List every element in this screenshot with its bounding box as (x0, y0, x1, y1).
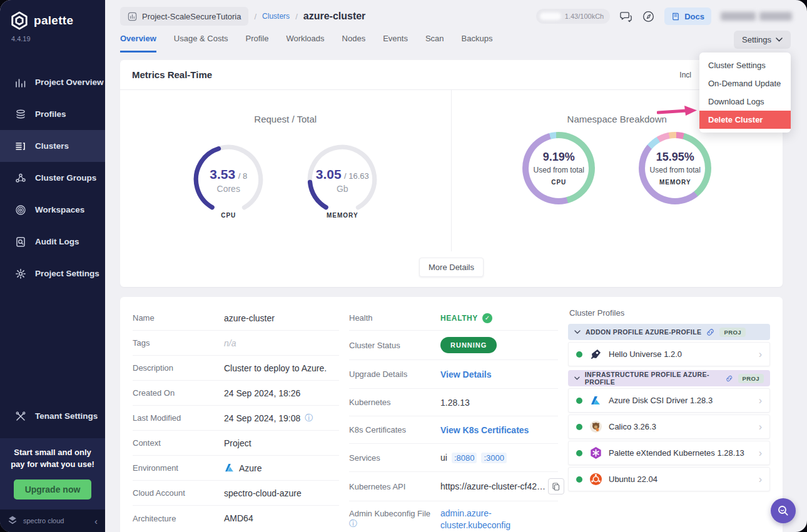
pxk-logo (589, 446, 602, 460)
menu-item-on-demand-update[interactable]: On-Demand Update (699, 74, 791, 93)
profile-pack-name: Hello Universe 1.2.0 (609, 349, 682, 359)
chat-icon[interactable] (619, 10, 632, 23)
copy-button[interactable] (548, 478, 564, 494)
memory-used-caption: Used from total (650, 166, 701, 174)
profile-pack-name: Palette eXtended Kubernetes 1.28.13 (609, 448, 744, 458)
callout-arrow-icon (657, 105, 698, 118)
detail-value: spectro-cloud-azure (224, 488, 302, 498)
view-details-link[interactable]: View Details (440, 369, 491, 379)
detail-label: Created On (133, 388, 224, 398)
service-port-8080[interactable]: :8080 (452, 453, 477, 463)
sidebar-item-project-settings[interactable]: Project Settings (0, 258, 105, 289)
detail-row-admin-kubeconfig: Admin Kubeconfig File ⓘ admin.azure-clus… (349, 501, 558, 532)
detail-row-tags: Tags n/a (133, 331, 339, 356)
profile-row-azure-disk-csi[interactable]: Azure Disk CSI Driver 1.28.3 › (568, 388, 770, 413)
layers-icon (15, 109, 26, 120)
gear-icon (15, 268, 26, 279)
chevron-down-icon (574, 376, 580, 380)
cluster-list-icon (15, 141, 26, 152)
cpu-used-caption: Used from total (534, 166, 584, 174)
tab-profile[interactable]: Profile (246, 34, 269, 53)
breadcrumb-separator: / (254, 12, 256, 21)
tab-nodes[interactable]: Nodes (342, 34, 366, 53)
brand-area: palette (0, 0, 105, 31)
sidebar-item-audit-logs[interactable]: Audit Logs (0, 226, 105, 258)
usage-quota-pill[interactable]: 1.43/100kCh (536, 9, 610, 24)
azure-icon (224, 463, 235, 473)
sidebar-item-label: Clusters (35, 141, 69, 151)
sidebar-item-workspaces[interactable]: Workspaces (0, 194, 105, 226)
chevron-right-icon: › (759, 474, 762, 485)
ubuntu-logo (589, 473, 602, 486)
settings-button-label: Settings (742, 35, 771, 44)
admin-kubeconfig-link[interactable]: admin.azure-cluster.kubeconfig (440, 508, 534, 531)
tab-events[interactable]: Events (383, 34, 408, 53)
sidebar-item-profiles[interactable]: Profiles (0, 98, 105, 130)
cpu-donut-label: CPU (551, 179, 566, 186)
brand-name: palette (34, 14, 73, 28)
detail-label: Services (349, 453, 440, 463)
status-dot (576, 351, 582, 358)
detail-label: Context (133, 438, 224, 448)
sidebar-item-label: Audit Logs (35, 237, 79, 246)
settings-button[interactable]: Settings (734, 31, 791, 49)
sidebar-item-cluster-groups[interactable]: Cluster Groups (0, 162, 105, 194)
cpu-gauge-center: 3.53 / 8 Cores (190, 167, 267, 194)
redacted-text (721, 12, 756, 21)
bar-chart-icon (15, 77, 26, 88)
proj-badge: PROJ (738, 374, 764, 383)
sidebar-item-tenant-settings[interactable]: Tenant Settings (0, 400, 105, 432)
detail-value: azure-cluster (224, 313, 275, 323)
app-version: 4.4.19 (0, 31, 105, 43)
memory-unit: Gb (303, 184, 381, 194)
detail-row-created-on: Created On 24 Sep 2024, 18:26 (133, 381, 339, 406)
menu-item-cluster-settings[interactable]: Cluster Settings (699, 56, 791, 74)
check-circle-icon: ✓ (482, 313, 492, 323)
sidebar-nav: Project Overview Profiles Clusters Clust… (0, 66, 105, 289)
sidebar: palette 4.4.19 Project Overview Profiles… (0, 0, 105, 532)
tab-overview[interactable]: Overview (120, 34, 156, 53)
settings-dropdown-menu: Cluster Settings On-Demand Update Downlo… (699, 53, 791, 133)
detail-row-context: Context Project (133, 431, 339, 456)
more-details-button[interactable]: More Details (419, 258, 484, 277)
docs-button[interactable]: Docs (664, 8, 711, 25)
detail-value: AMD64 (224, 513, 253, 523)
sidebar-spacer (0, 289, 105, 400)
detail-row-name: Name azure-cluster (133, 306, 339, 331)
upgrade-now-button[interactable]: Upgrade now (14, 479, 92, 499)
profile-row-calico[interactable]: Calico 3.26.3 › (568, 414, 770, 439)
compass-icon[interactable] (642, 10, 655, 23)
addon-profile-header[interactable]: ADDON PROFILE AZURE-PROFILE PROJ (568, 324, 770, 340)
user-account-redacted[interactable] (721, 12, 792, 21)
tab-usage-costs[interactable]: Usage & Costs (174, 34, 228, 53)
breadcrumb-clusters-link[interactable]: Clusters (262, 12, 290, 21)
running-status-badge: RUNNING (440, 337, 497, 353)
menu-item-delete-cluster[interactable]: Delete Cluster (699, 111, 791, 129)
menu-item-download-logs[interactable]: Download Logs (699, 93, 791, 111)
info-icon[interactable]: ⓘ (349, 519, 357, 528)
sidebar-item-project-overview[interactable]: Project Overview (0, 66, 105, 98)
profile-row-ubuntu[interactable]: Ubuntu 22.04 › (568, 467, 770, 491)
service-port-3000[interactable]: :3000 (481, 453, 507, 463)
infrastructure-profile-title: INFRASTRUCTURE PROFILE AZURE-PROFILE (585, 371, 721, 386)
status-dot (576, 398, 582, 404)
view-k8s-certificates-link[interactable]: View K8s Certificates (440, 425, 529, 435)
profile-row-hello-universe[interactable]: Hello Universe 1.2.0 › (568, 342, 770, 366)
infrastructure-profile-header[interactable]: INFRASTRUCTURE PROFILE AZURE-PROFILE PRO… (568, 370, 770, 386)
kubernetes-version: 1.28.13 (440, 398, 470, 408)
metrics-clipped-control[interactable]: Incl (679, 71, 691, 79)
link-icon (726, 374, 733, 383)
collapse-sidebar-icon[interactable]: ‹ (94, 516, 98, 526)
tab-scan[interactable]: Scan (425, 34, 444, 53)
info-icon[interactable]: ⓘ (305, 413, 313, 424)
gauges-row: 3.53 / 8 Cores CPU 3.05 / 16.63 Gb MEM (120, 141, 451, 219)
help-search-fab[interactable] (771, 498, 796, 523)
tab-backups[interactable]: Backups (462, 34, 493, 53)
detail-row-architecture: Architecture AMD64 (133, 506, 339, 531)
project-selector[interactable]: Project-ScaleSecureTutoria (120, 7, 248, 26)
detail-label: Architecture (133, 514, 224, 523)
tab-workloads[interactable]: Workloads (286, 34, 324, 53)
sidebar-item-clusters[interactable]: Clusters (0, 130, 105, 162)
chevron-right-icon: › (759, 448, 762, 459)
profile-row-palette-extended-k8s[interactable]: Palette eXtended Kubernetes 1.28.13 › (568, 441, 770, 465)
